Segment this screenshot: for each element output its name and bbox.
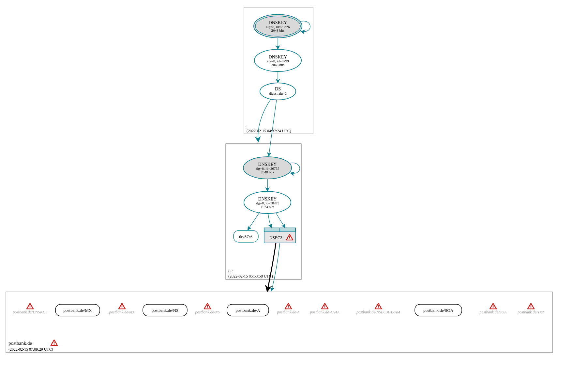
svg-text:DNSKEY: DNSKEY xyxy=(258,197,277,201)
node-de-soa: de/SOA xyxy=(234,231,258,242)
dnssec-graph: . (2022-02-15 04:37:24 UTC) DNSKEY alg=8… xyxy=(0,0,588,366)
svg-text:1024 bits: 1024 bits xyxy=(261,205,274,209)
node-de-dnskey-ksk: DNSKEY alg=8, id=26755 2048 bits xyxy=(243,157,292,179)
svg-rect-27 xyxy=(264,228,280,232)
svg-text:DNSKEY: DNSKEY xyxy=(258,162,277,167)
svg-text:2048 bits: 2048 bits xyxy=(261,170,274,174)
ghost-node-label: postbank.de/TXT xyxy=(517,310,545,314)
zone-root-timestamp: (2022-02-15 04:37:24 UTC) xyxy=(247,129,291,133)
warning-icon xyxy=(285,303,292,309)
node-de-nsec3: NSEC3 xyxy=(264,228,295,243)
ghost-node-label: postbank.de/A xyxy=(277,310,300,314)
zone-root-title: . xyxy=(247,123,248,128)
zone-de: de (2022-02-15 05:53:58 UTC) DNSKEY alg=… xyxy=(226,144,301,279)
warning-icon xyxy=(119,303,125,309)
rr-node-label: postbank.de/NS xyxy=(152,308,179,313)
svg-text:DS: DS xyxy=(275,87,281,91)
warning-icon xyxy=(51,340,57,345)
svg-text:NSEC3: NSEC3 xyxy=(269,235,282,240)
warning-icon xyxy=(490,303,496,309)
node-root-ds: DS digest alg=2 xyxy=(260,83,296,100)
svg-text:de/SOA: de/SOA xyxy=(239,234,253,239)
warning-icon xyxy=(322,303,328,309)
zone-de-title: de xyxy=(228,268,233,273)
ghost-node-label: postbank.de/AAAA xyxy=(310,310,340,314)
svg-text:DNSKEY: DNSKEY xyxy=(269,55,287,59)
svg-text:DNSKEY: DNSKEY xyxy=(269,20,287,25)
edge-de-nsec3-to-postbank-teal xyxy=(271,243,280,291)
svg-rect-30 xyxy=(6,292,552,353)
node-root-dnskey-ksk: DNSKEY alg=8, id=20326 2048 bits xyxy=(254,14,302,38)
ghost-node-label: postbank.de/SOA xyxy=(479,310,507,314)
ghost-node-label: postbank.de/NS xyxy=(195,310,220,314)
ghost-node-label: postbank.de/NSEC3PARAM xyxy=(356,310,400,314)
warning-icon xyxy=(375,303,382,309)
ghost-node-label: postbank.de/MX xyxy=(109,310,135,314)
zone-postbank: postbank.de (2022-02-15 07:09:29 UTC) po… xyxy=(6,292,552,353)
edge-de-zsk-to-nsec3-a xyxy=(268,214,271,228)
rr-node-label: postbank.de/SOA xyxy=(423,308,454,313)
warning-icon xyxy=(27,303,33,309)
zone-de-timestamp: (2022-02-15 05:53:58 UTC) xyxy=(228,274,273,278)
edge-de-to-postbank-black xyxy=(267,243,276,291)
edge-de-zsk-to-soa xyxy=(248,212,260,230)
rr-node-label: postbank.de/A xyxy=(235,308,260,313)
warning-icon xyxy=(204,303,211,309)
svg-text:2048 bits: 2048 bits xyxy=(271,63,285,67)
zone-root: . (2022-02-15 04:37:24 UTC) DNSKEY alg=8… xyxy=(244,7,313,134)
edge-root-ds-to-de-ksk xyxy=(269,100,277,156)
zone-postbank-timestamp: (2022-02-15 07:09:29 UTC) xyxy=(8,347,53,352)
ghost-node-label: postbank.de/DNSKEY xyxy=(12,310,48,314)
edge-root-to-de-thick xyxy=(258,99,271,141)
zone-postbank-title: postbank.de xyxy=(8,341,32,346)
node-root-dnskey-zsk: DNSKEY alg=8, id=9799 2048 bits xyxy=(254,49,301,72)
warning-icon xyxy=(528,303,534,309)
svg-text:digest alg=2: digest alg=2 xyxy=(269,91,287,95)
postbank-row: postbank.de/DNSKEYpostbank.de/MXpostbank… xyxy=(12,303,545,316)
svg-text:2048 bits: 2048 bits xyxy=(271,28,285,32)
node-de-dnskey-zsk: DNSKEY alg=8, id=58473 1024 bits xyxy=(244,191,291,214)
edge-de-zsk-to-nsec3-b xyxy=(276,213,285,228)
rr-node-label: postbank.de/MX xyxy=(63,308,92,313)
